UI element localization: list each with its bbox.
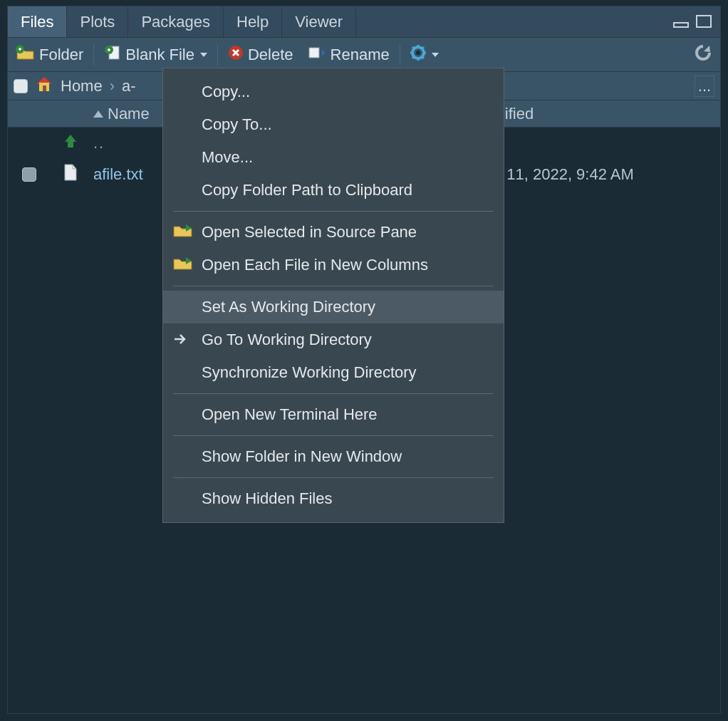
up-arrow-icon [63, 133, 78, 153]
menu-synchronize-working-directory[interactable]: Synchronize Working Directory [163, 356, 504, 389]
menu-item-label: Go To Working Directory [202, 331, 372, 349]
tab-viewer[interactable]: Viewer [282, 6, 356, 37]
svg-line-19 [422, 47, 424, 49]
new-blank-file-button[interactable]: Blank File [100, 43, 212, 66]
context-menu: Copy... Copy To... Move... Copy Folder P… [162, 68, 504, 523]
menu-go-to-working-directory[interactable]: Go To Working Directory [163, 323, 504, 356]
menu-move[interactable]: Move... [163, 141, 504, 174]
rename-button[interactable]: Rename [303, 43, 394, 66]
svg-rect-8 [108, 48, 110, 51]
folder-open-icon [173, 255, 193, 275]
menu-open-selected-source[interactable]: Open Selected in Source Pane [163, 216, 504, 249]
column-header-name-label: Name [108, 105, 150, 123]
menu-divider [173, 393, 494, 394]
svg-line-17 [412, 47, 415, 49]
new-blank-file-label: Blank File [125, 46, 194, 64]
menu-copy-to[interactable]: Copy To... [163, 108, 504, 141]
sort-ascending-icon [93, 110, 103, 118]
new-folder-button[interactable]: Folder [12, 43, 88, 66]
file-icon [63, 164, 78, 185]
tab-plots[interactable]: Plots [67, 6, 128, 37]
menu-show-folder-in-new-window[interactable]: Show Folder in New Window [163, 440, 504, 473]
menu-set-as-working-directory[interactable]: Set As Working Directory [163, 291, 504, 323]
breadcrumb-separator-icon: › [110, 77, 115, 95]
tab-help[interactable]: Help [224, 6, 282, 37]
svg-point-12 [416, 51, 420, 55]
refresh-button[interactable] [690, 43, 716, 67]
svg-rect-1 [697, 16, 711, 27]
breadcrumb-home[interactable]: Home [61, 77, 103, 95]
blank-file-dropdown-icon [200, 53, 207, 57]
delete-icon [228, 45, 244, 65]
file-add-icon [104, 45, 121, 65]
row-checkbox[interactable] [22, 167, 36, 182]
select-all-checkbox[interactable] [14, 79, 28, 93]
svg-rect-22 [43, 85, 46, 91]
more-options-dropdown-icon [432, 53, 439, 57]
minimize-pane-icon[interactable] [673, 16, 690, 28]
svg-rect-10 [309, 48, 319, 58]
gear-icon [410, 45, 426, 65]
delete-button[interactable]: Delete [224, 43, 298, 66]
new-folder-label: Folder [39, 46, 83, 64]
rename-icon [308, 45, 326, 65]
more-options-button[interactable] [406, 43, 443, 66]
menu-divider [173, 435, 494, 436]
menu-open-new-terminal-here[interactable]: Open New Terminal Here [163, 398, 504, 431]
tab-packages[interactable]: Packages [128, 6, 224, 37]
menu-copy[interactable]: Copy... [163, 76, 504, 108]
menu-divider [173, 211, 494, 212]
svg-rect-0 [674, 23, 688, 27]
svg-rect-4 [19, 48, 21, 51]
tab-files[interactable]: Files [8, 6, 67, 37]
files-toolbar: Folder Blank File Del [8, 38, 720, 72]
menu-show-hidden-files[interactable]: Show Hidden Files [163, 482, 504, 515]
menu-item-label: Open Each File in New Columns [202, 256, 428, 274]
rename-label: Rename [331, 46, 390, 64]
svg-line-18 [422, 56, 424, 58]
breadcrumb-current[interactable]: a- [122, 77, 136, 95]
goto-arrow-icon [173, 331, 190, 349]
delete-label: Delete [248, 46, 293, 64]
folder-open-icon [173, 222, 193, 242]
maximize-pane-icon[interactable] [696, 15, 713, 29]
menu-divider [173, 477, 494, 478]
menu-item-label: Open Selected in Source Pane [202, 223, 417, 242]
menu-divider [173, 286, 494, 286]
folder-add-icon [16, 45, 35, 65]
breadcrumb-more-button[interactable]: ... [695, 76, 714, 97]
menu-copy-folder-path[interactable]: Copy Folder Path to Clipboard [163, 174, 504, 207]
refresh-icon [695, 44, 712, 66]
home-icon[interactable] [35, 76, 53, 97]
pane-tabs: Files Plots Packages Help Viewer [8, 6, 720, 38]
svg-line-20 [412, 56, 415, 58]
menu-open-each-new-columns[interactable]: Open Each File in New Columns [163, 249, 504, 281]
toolbar-separator [217, 44, 218, 66]
toolbar-separator [93, 44, 94, 66]
toolbar-separator [400, 44, 400, 66]
